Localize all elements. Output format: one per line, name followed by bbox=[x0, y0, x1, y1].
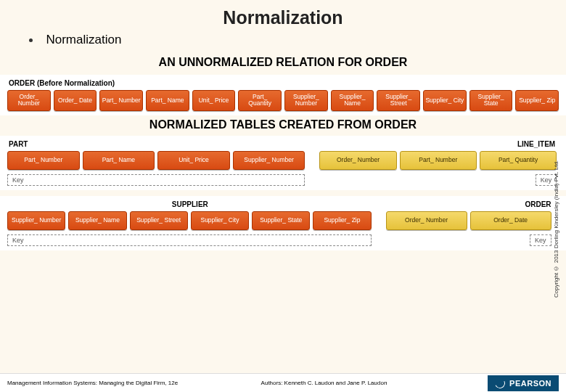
order-before-row: Order_ Number Order_ Date Part_ Number P… bbox=[7, 90, 559, 113]
part-caption: PART bbox=[7, 139, 28, 151]
supplier-caption: SUPPLIER bbox=[171, 199, 208, 211]
column-header: Supplier_ City bbox=[191, 211, 249, 230]
column-header: Part_ Quantity bbox=[238, 90, 282, 111]
column-header: Supplier_ Name bbox=[331, 90, 374, 111]
column-header: Supplier_ Number bbox=[284, 90, 328, 111]
column-header: Part_ Name bbox=[83, 151, 155, 170]
column-header: Part_ Number bbox=[99, 90, 143, 111]
footer: Management Information Systems: Managing… bbox=[0, 373, 566, 392]
subtitle-normalized: NORMALIZED TABLES CREATED FROM ORDER bbox=[0, 115, 566, 136]
column-header: Part_ Name bbox=[146, 90, 189, 111]
publisher-logo: PEARSON bbox=[470, 375, 559, 391]
column-header: Supplier_ Street bbox=[130, 211, 188, 230]
slide-title: Normalization bbox=[0, 0, 566, 33]
part-table: PART Part_ Number Part_ Name Unit_ Price… bbox=[7, 139, 305, 186]
bullet-icon bbox=[29, 38, 33, 42]
column-header: Supplier_ Number bbox=[7, 211, 65, 230]
supplier-order-section: SUPPLIER Supplier_ Number Supplier_ Name… bbox=[0, 196, 566, 250]
part-key: Key bbox=[7, 174, 305, 186]
supplier-table: SUPPLIER Supplier_ Number Supplier_ Name… bbox=[7, 199, 372, 246]
footer-left: Management Information Systems: Managing… bbox=[7, 380, 261, 386]
column-header: Part_ Number bbox=[7, 151, 80, 170]
column-header: Supplier_ Zip bbox=[313, 211, 371, 230]
supplier-key: Key bbox=[7, 234, 372, 246]
lineitem-caption: LINE_ITEM bbox=[516, 139, 557, 151]
column-header: Supplier_ City bbox=[423, 90, 467, 111]
footer-authors: Authors: Kenneth C. Laudon and Jane P. L… bbox=[261, 380, 471, 386]
order-table: ORDER Order_ Number Order_ Date Key bbox=[386, 199, 551, 246]
column-header: Supplier_ Street bbox=[377, 90, 420, 111]
column-header: Supplier_ Name bbox=[68, 211, 126, 230]
column-header: Part_ Number bbox=[400, 151, 477, 170]
column-header: Unit_ Price bbox=[192, 90, 236, 111]
column-header: Supplier_ State bbox=[252, 211, 310, 230]
part-lineitem-section: PART Part_ Number Part_ Name Unit_ Price… bbox=[0, 136, 566, 190]
column-header: Part_ Quantity bbox=[480, 151, 557, 170]
bullet-row: Normalization bbox=[0, 33, 566, 52]
column-header: Order_ Date bbox=[470, 211, 551, 230]
order-key: Key bbox=[530, 234, 551, 246]
order-before-section: ORDER (Before Normalization) Order_ Numb… bbox=[0, 75, 566, 115]
bullet-text: Normalization bbox=[46, 33, 121, 46]
column-header: Order_ Date bbox=[54, 90, 97, 111]
column-header: Supplier_ Zip bbox=[515, 90, 559, 111]
subtitle-unnormalized: AN UNNORMALIZED RELATION FOR ORDER bbox=[0, 52, 566, 75]
column-header: Order_ Number bbox=[386, 211, 467, 230]
column-header: Supplier_ Number bbox=[233, 151, 305, 170]
lineitem-table: LINE_ITEM Order_ Number Part_ Number Par… bbox=[319, 139, 557, 186]
column-header: Order_ Number bbox=[319, 151, 396, 170]
order-before-caption: ORDER (Before Normalization) bbox=[7, 78, 559, 90]
copyright-vertical: Copyright © 2013 Dorling Kindersley (Ind… bbox=[553, 116, 563, 341]
logo-swoosh-icon bbox=[493, 377, 506, 390]
column-header: Unit_ Price bbox=[157, 151, 230, 170]
order-caption: ORDER bbox=[523, 199, 551, 211]
column-header: Order_ Number bbox=[7, 90, 51, 111]
logo-text: PEARSON bbox=[509, 379, 551, 388]
column-header: Supplier_ State bbox=[469, 90, 513, 111]
